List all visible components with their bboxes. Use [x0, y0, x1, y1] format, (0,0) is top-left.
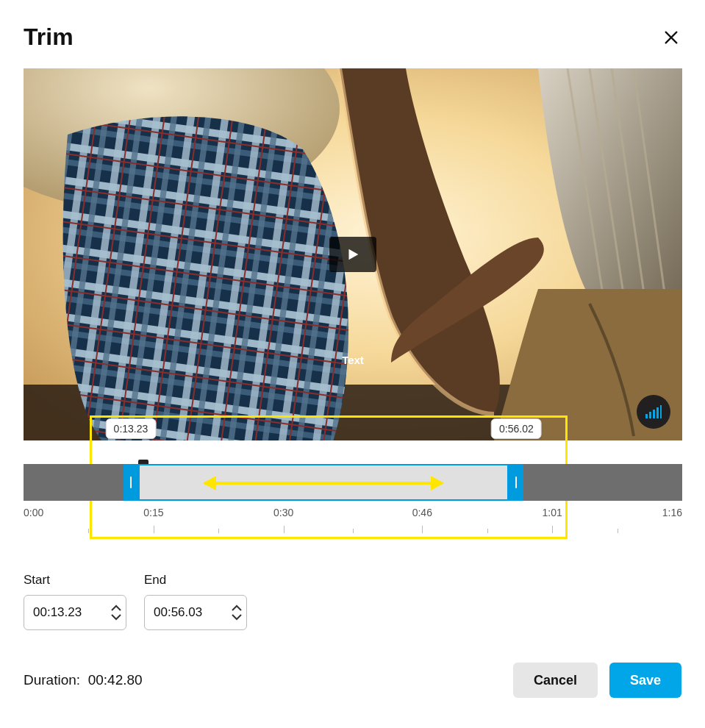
start-label: Start	[24, 573, 126, 588]
chevron-down-icon[interactable]	[111, 613, 121, 621]
duration-value: 00:42.80	[88, 672, 143, 688]
cancel-button[interactable]: Cancel	[513, 663, 598, 698]
duration-display: Duration: 00:42.80	[24, 672, 143, 688]
start-field: Start 00:13.23	[24, 573, 126, 630]
modal-title: Trim	[24, 24, 74, 51]
audio-bars-icon	[645, 405, 662, 418]
trim-end-tooltip: 0:56.02	[491, 418, 542, 439]
start-value: 00:13.23	[33, 605, 82, 620]
close-button[interactable]	[661, 27, 681, 48]
save-button[interactable]: Save	[609, 663, 681, 698]
end-stepper[interactable]: 00:56.03	[144, 595, 247, 630]
tick-label: 0:30	[273, 507, 293, 518]
timeline-track[interactable]	[24, 464, 682, 501]
end-value: 00:56.03	[154, 605, 202, 620]
svg-rect-15	[649, 412, 651, 418]
tick-label: 0:46	[412, 507, 432, 518]
modal-header: Trim	[24, 24, 681, 51]
chevron-down-icon[interactable]	[232, 613, 242, 621]
audio-levels-button[interactable]	[637, 395, 670, 429]
duration-label: Duration:	[24, 672, 80, 688]
end-field: End 00:56.03	[144, 573, 247, 630]
play-button[interactable]	[329, 237, 376, 272]
svg-rect-17	[656, 407, 659, 418]
video-preview: Text	[24, 68, 682, 440]
chevron-up-icon[interactable]	[232, 604, 242, 612]
trim-start-handle[interactable]	[124, 464, 138, 501]
tick-label: 0:00	[24, 507, 43, 518]
end-label: End	[144, 573, 247, 588]
svg-rect-14	[645, 414, 648, 418]
close-icon	[663, 29, 679, 46]
trim-selection[interactable]	[138, 464, 509, 501]
footer-actions: Cancel Save	[513, 663, 681, 698]
start-stepper[interactable]: 00:13.23	[24, 595, 126, 630]
trim-modal: Trim	[0, 0, 705, 728]
time-fields: Start 00:13.23 End 00:56.03	[24, 573, 681, 630]
svg-rect-16	[653, 410, 655, 418]
play-icon	[345, 246, 361, 263]
timeline-ticks: 0:000:150:300:461:011:16	[24, 507, 682, 536]
video-overlay-text: Text	[342, 354, 364, 366]
trim-end-handle[interactable]	[509, 464, 523, 501]
tick-label: 1:16	[662, 507, 682, 518]
trim-start-tooltip: 0:13.23	[106, 418, 157, 439]
tick-label: 0:15	[143, 507, 163, 518]
timeline: 0:13.23 0:56.02 0:000:150:300:461:011:16	[24, 440, 682, 536]
svg-rect-18	[660, 405, 662, 418]
chevron-up-icon[interactable]	[111, 604, 121, 612]
modal-footer: Duration: 00:42.80 Cancel Save	[24, 663, 681, 698]
tick-label: 1:01	[543, 507, 562, 518]
